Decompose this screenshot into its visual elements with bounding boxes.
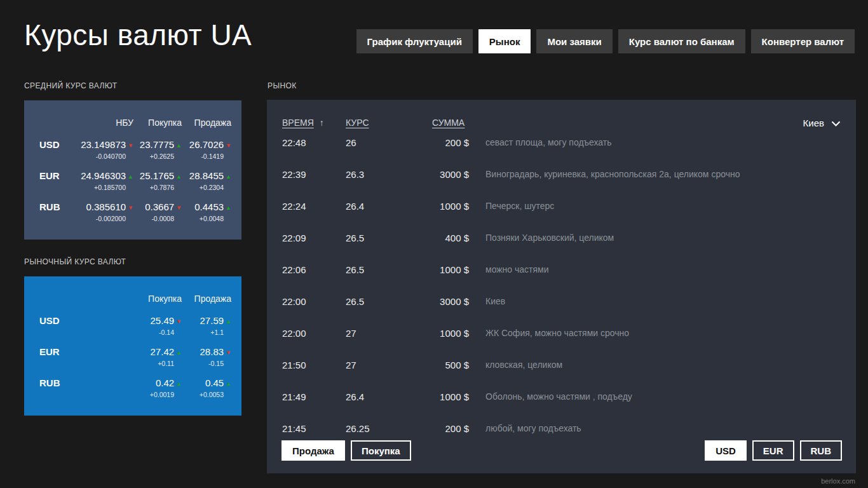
rate-value: 28.83 (200, 346, 224, 357)
market-row[interactable]: 21:4926.41000 $Оболонь, можно частями , … (282, 381, 841, 412)
column-header-buy: Покупка (133, 293, 182, 304)
rate-delta: +0.0053 (182, 391, 231, 399)
market-row[interactable]: 22:2426.41000 $Печерск, шутерс (282, 190, 841, 222)
order-type-filter-1[interactable]: Покупка (351, 440, 411, 461)
rate-delta: -0.14 (133, 329, 182, 337)
order-amount: 3000 $ (432, 296, 469, 307)
rate-value-line: 23.7775▲ (133, 139, 182, 152)
currency-filter-1[interactable]: EUR (752, 440, 794, 461)
rate-row: USD25.49▼-0.1427.59▲+1.1 (39, 315, 231, 346)
rate-value: 0.42 (156, 377, 174, 388)
rate-value: 23.7775 (140, 139, 174, 150)
order-note: Оболонь, можно частями , подъеду (485, 391, 841, 402)
market-row[interactable]: 22:0626.51000 $можно частями (282, 254, 841, 285)
market-row[interactable]: 22:0026.53000 $Киев (282, 285, 841, 317)
rate-row: RUB0.42▲+0.00190.45▲+0.0053 (39, 377, 231, 408)
currency-filter-2[interactable]: RUB (800, 440, 843, 461)
order-rate: 26.4 (346, 391, 432, 402)
market-row[interactable]: 21:5027500 $кловская, целиком (282, 349, 841, 381)
order-rate: 26.4 (346, 201, 432, 212)
rate-value: 0.45 (205, 377, 224, 388)
nav-tab-3[interactable]: Курс валют по банкам (618, 29, 745, 53)
order-rate: 26.25 (346, 423, 432, 434)
rate-delta: +0.7876 (133, 184, 182, 192)
market-row[interactable]: 21:4526.25200 $любой, могу подъехать (282, 412, 841, 444)
rate-value-line: 0.385610▼ (61, 201, 133, 214)
order-note: ЖК София, можно частями срочно (485, 328, 841, 338)
market-row[interactable]: 22:0926.5400 $Позняки Харьковский, целик… (282, 222, 841, 254)
market-row[interactable]: 22:00271000 $ЖК София, можно частями сро… (282, 317, 841, 349)
nav-tab-2[interactable]: Мои заявки (536, 29, 612, 53)
top-nav: График флуктуацийРынокМои заявкиКурс вал… (356, 29, 855, 53)
order-rate: 26.5 (346, 296, 432, 307)
rate-delta: -0.002000 (61, 215, 133, 223)
currency-label: USD (39, 315, 61, 327)
rate-cell: 27.42▲+0.11 (133, 346, 182, 368)
order-amount: 200 $ (432, 423, 469, 434)
rate-delta: +0.2304 (182, 184, 231, 192)
rate-cell: 0.42▲+0.0019 (133, 377, 182, 399)
market-orders-list: 22:4826200 $севаст площа, могу подъехать… (282, 126, 841, 444)
rate-value: 25.49 (151, 315, 175, 326)
rate-value: 23.149873 (81, 139, 126, 150)
rate-value: 25.1765 (140, 170, 174, 181)
rate-delta: -0.0008 (133, 215, 182, 223)
rate-row: USD23.149873▼-0.04070023.7775▲+0.262526.… (39, 139, 231, 170)
currency-label: EUR (39, 170, 61, 182)
order-amount: 3000 $ (432, 169, 469, 180)
order-note: севаст площа, могу подъехать (485, 137, 841, 147)
market-row[interactable]: 22:3926.33000 $Виноградарь, куриневка, к… (282, 158, 841, 190)
order-amount: 200 $ (432, 137, 469, 148)
order-rate: 27 (346, 328, 432, 339)
order-rate: 26.3 (346, 169, 432, 180)
order-time: 21:49 (282, 391, 346, 402)
rate-row: EUR24.946303▲+0.18570025.1765▲+0.787628.… (39, 170, 231, 201)
rate-value-line: 25.49▼ (133, 315, 182, 328)
order-type-filter-0[interactable]: Продажа (281, 440, 345, 461)
order-amount: 1000 $ (432, 201, 469, 212)
rate-delta: +0.0048 (182, 215, 231, 223)
rate-value-line: 0.3667▼ (133, 201, 182, 214)
currency-label: EUR (39, 346, 61, 358)
rate-delta: +0.0019 (133, 391, 182, 399)
order-time: 22:06 (282, 264, 346, 275)
market-row[interactable]: 22:4826200 $севаст площа, могу подъехать (282, 126, 841, 158)
trend-up-icon: ▲ (128, 173, 133, 180)
market-board-panel: ВРЕМЯ ↑ КУРС СУММА Киев 22:4826200 $сева… (267, 100, 856, 473)
rate-value: 0.385610 (86, 201, 126, 212)
market-rates-header: Покупка Продажа (39, 293, 231, 304)
rate-cell: 0.3667▼-0.0008 (133, 201, 182, 223)
market-rates-body: USD25.49▼-0.1427.59▲+1.1EUR27.42▲+0.1128… (39, 315, 231, 408)
order-time: 22:00 (282, 296, 346, 307)
currency-filter-0[interactable]: USD (705, 440, 747, 461)
nav-tab-1[interactable]: Рынок (478, 29, 531, 53)
rate-value: 27.59 (200, 315, 224, 326)
order-note: любой, могу подъехать (485, 423, 841, 433)
order-time: 22:24 (282, 201, 346, 212)
rate-delta: +1.1 (182, 329, 231, 337)
trend-down-icon: ▼ (226, 142, 231, 149)
rate-delta: +0.2625 (133, 152, 182, 161)
rate-delta: -0.040700 (61, 152, 133, 161)
trend-down-icon: ▼ (128, 205, 133, 211)
avg-rates-section-label: СРЕДНИЙ КУРС ВАЛЮТ (24, 81, 117, 90)
order-note: Печерск, шутерс (485, 201, 841, 211)
avg-rates-body: USD23.149873▼-0.04070023.7775▲+0.262526.… (39, 139, 231, 232)
order-note: можно частями (485, 264, 841, 274)
rate-value-line: 0.45▲ (182, 377, 231, 390)
rate-value: 28.8455 (189, 170, 224, 181)
order-amount: 1000 $ (432, 264, 469, 275)
rate-value-line: 28.8455▲ (182, 170, 231, 183)
avg-rates-panel: НБУ Покупка Продажа USD23.149873▼-0.0407… (24, 100, 241, 240)
rate-cell: 0.4453▲+0.0048 (182, 201, 231, 223)
rate-value: 0.3667 (145, 201, 174, 212)
order-note: кловская, целиком (485, 360, 841, 370)
market-section-label: РЫНОК (268, 81, 297, 90)
rate-delta: +0.11 (133, 360, 182, 368)
nav-tab-0[interactable]: График флуктуаций (356, 29, 473, 53)
trend-up-icon: ▲ (176, 173, 182, 180)
rate-value-line: 25.1765▲ (133, 170, 182, 183)
trend-up-icon: ▲ (226, 173, 231, 180)
nav-tab-4[interactable]: Конвертер валют (751, 29, 855, 53)
rate-value-line: 26.7026▼ (182, 139, 231, 152)
